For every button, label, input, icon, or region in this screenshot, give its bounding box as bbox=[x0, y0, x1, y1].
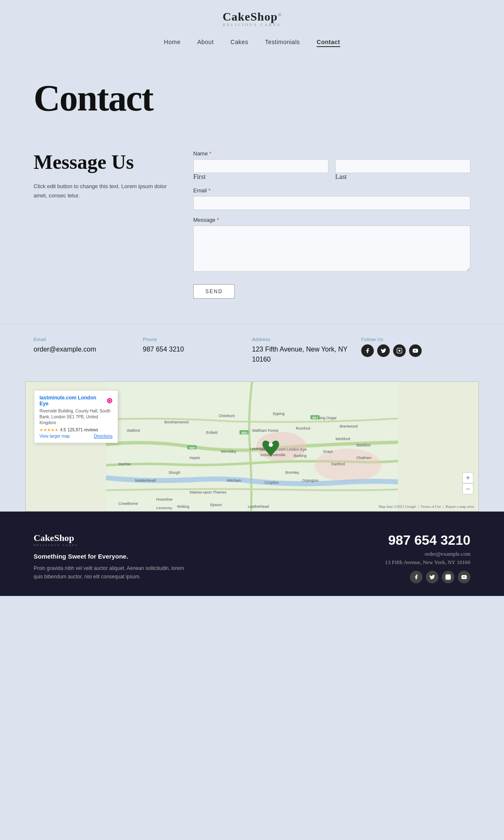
nav-home[interactable]: Home bbox=[164, 39, 180, 47]
message-required: * bbox=[217, 217, 219, 223]
youtube-icon[interactable] bbox=[409, 344, 422, 357]
svg-text:Waltham Forest: Waltham Forest bbox=[252, 428, 278, 433]
address-info-value: 123 Fifth Avenue, New York, NY 10160 bbox=[252, 344, 361, 365]
phone-info-value: 987 654 3210 bbox=[143, 344, 252, 354]
message-field-group: Message * bbox=[193, 217, 470, 273]
instagram-icon[interactable] bbox=[393, 344, 406, 357]
svg-text:Borehamwood: Borehamwood bbox=[164, 420, 189, 424]
logo-subtitle: DELICIOUS CAKES bbox=[223, 23, 281, 27]
svg-text:Bromley: Bromley bbox=[285, 470, 299, 475]
svg-text:Woking: Woking bbox=[177, 504, 189, 509]
nav-cakes[interactable]: Cakes bbox=[231, 39, 248, 47]
svg-point-48 bbox=[447, 576, 449, 578]
footer-logo-subtitle: DELICIOUS CAKES bbox=[34, 543, 185, 547]
footer-inner: CakeShop DELICIOUS CAKES Something Sweet… bbox=[34, 533, 470, 583]
send-button[interactable]: SEND bbox=[193, 284, 235, 299]
svg-text:LAMBETH: LAMBETH bbox=[250, 447, 266, 451]
footer-left: CakeShop DELICIOUS CAKES Something Sweet… bbox=[34, 533, 185, 581]
contact-form: Name * First Last Email * bbox=[193, 150, 470, 299]
first-name-input[interactable] bbox=[193, 159, 328, 173]
phone-info-block: Phone 987 654 3210 bbox=[143, 337, 252, 365]
message-section: Message Us Click edit button to change t… bbox=[0, 134, 504, 324]
footer: CakeShop DELICIOUS CAKES Something Sweet… bbox=[0, 512, 504, 596]
nav-contact[interactable]: Contact bbox=[317, 39, 340, 47]
email-input[interactable] bbox=[193, 196, 470, 210]
popup-rating: ★★★★★ 4.5 125,971 reviews bbox=[39, 428, 113, 432]
svg-text:Romford: Romford bbox=[296, 426, 310, 430]
svg-text:Mitcham: Mitcham bbox=[227, 478, 241, 483]
message-label: Message * bbox=[193, 217, 470, 223]
main-nav: Home About Cakes Testimonials Contact bbox=[0, 34, 504, 55]
map-controls: + − bbox=[462, 472, 473, 494]
footer-youtube-icon[interactable] bbox=[458, 571, 470, 583]
message-description: Click edit button to change this text. L… bbox=[34, 182, 168, 200]
header: CakeShop DELICIOUS CAKES Home About Cake… bbox=[0, 0, 504, 55]
email-field-group: Email * bbox=[193, 187, 470, 210]
stars-icon: ★★★★★ bbox=[39, 428, 58, 432]
svg-text:Leatherhead: Leatherhead bbox=[248, 504, 269, 509]
name-field-group: Name * First Last bbox=[193, 150, 470, 181]
message-left: Message Us Click edit button to change t… bbox=[34, 150, 168, 200]
footer-description: Proin gravida nibh vel velit auctor aliq… bbox=[34, 564, 185, 581]
name-label: Name * bbox=[193, 150, 470, 157]
svg-text:M11: M11 bbox=[312, 416, 318, 419]
directions-button[interactable]: Directions bbox=[94, 434, 113, 438]
map-section: Watford Borehamwood Cheshunt Epping Chip… bbox=[25, 381, 479, 512]
contact-info-section: Email order@example.com Phone 987 654 32… bbox=[0, 324, 504, 381]
footer-logo: CakeShop DELICIOUS CAKES bbox=[34, 533, 185, 547]
svg-text:Hounslow: Hounslow bbox=[156, 497, 173, 501]
follow-label: Follow Us bbox=[361, 337, 470, 342]
svg-text:Barking: Barking bbox=[294, 454, 306, 458]
popup-title: lastminute.com London Eye ⊛ bbox=[39, 395, 113, 407]
svg-text:Wembley: Wembley bbox=[220, 449, 236, 454]
footer-logo-text: CakeShop bbox=[34, 533, 74, 543]
name-row: First Last bbox=[193, 159, 470, 181]
svg-text:Hayes: Hayes bbox=[189, 456, 200, 460]
popup-location-icon: ⊛ bbox=[106, 396, 113, 405]
twitter-icon[interactable] bbox=[377, 344, 390, 357]
email-required: * bbox=[208, 187, 210, 194]
social-icons-group bbox=[361, 344, 470, 357]
svg-text:Enfield: Enfield bbox=[206, 430, 218, 435]
map-popup: lastminute.com London Eye ⊛ Riverside Bu… bbox=[34, 390, 118, 443]
address-info-block: Address 123 Fifth Avenue, New York, NY 1… bbox=[252, 337, 361, 365]
view-larger-map-link[interactable]: View larger map bbox=[39, 434, 70, 438]
nav-about[interactable]: About bbox=[197, 39, 214, 47]
name-required: * bbox=[209, 150, 211, 157]
svg-text:Grays: Grays bbox=[323, 449, 333, 454]
logo-text: CakeShop bbox=[223, 10, 281, 24]
svg-text:Wickford: Wickford bbox=[336, 437, 350, 441]
footer-facebook-icon[interactable] bbox=[410, 571, 423, 583]
svg-text:M25: M25 bbox=[189, 446, 195, 449]
zoom-out-button[interactable]: − bbox=[462, 483, 473, 494]
last-label: Last bbox=[335, 173, 470, 181]
footer-instagram-icon[interactable] bbox=[442, 571, 454, 583]
zoom-in-button[interactable]: + bbox=[462, 472, 473, 483]
map-footer: Map data ©2021 Google | Terms of Use | R… bbox=[378, 504, 474, 509]
first-name-group: First bbox=[193, 159, 328, 181]
svg-point-46 bbox=[269, 443, 273, 447]
svg-text:Maidenhead: Maidenhead bbox=[135, 478, 156, 483]
logo-shop: Shop bbox=[250, 10, 278, 23]
svg-text:Orpington: Orpington bbox=[302, 478, 318, 483]
page-title: Contact bbox=[34, 80, 470, 117]
footer-email: order@example.com bbox=[385, 551, 470, 557]
svg-text:Epping: Epping bbox=[273, 412, 285, 416]
message-heading: Message Us bbox=[34, 150, 168, 173]
first-label: First bbox=[193, 173, 328, 181]
svg-text:Epsom: Epsom bbox=[210, 503, 222, 507]
logo[interactable]: CakeShop DELICIOUS CAKES bbox=[223, 10, 281, 27]
footer-twitter-icon[interactable] bbox=[426, 571, 438, 583]
footer-tagline: Something Sweet for Everyone. bbox=[34, 553, 185, 560]
nav-testimonials[interactable]: Testimonials bbox=[265, 39, 300, 47]
facebook-icon[interactable] bbox=[361, 344, 374, 357]
svg-text:Crowthorne: Crowthorne bbox=[118, 501, 138, 506]
logo-dot-icon bbox=[278, 13, 281, 16]
svg-text:Chatham: Chatham bbox=[356, 456, 371, 460]
message-textarea[interactable] bbox=[193, 226, 470, 272]
email-info-block: Email order@example.com bbox=[34, 337, 143, 365]
hero-section: Contact bbox=[0, 55, 504, 134]
svg-text:Basildon: Basildon bbox=[356, 443, 370, 447]
address-info-label: Address bbox=[252, 337, 361, 342]
last-name-input[interactable] bbox=[335, 159, 470, 173]
